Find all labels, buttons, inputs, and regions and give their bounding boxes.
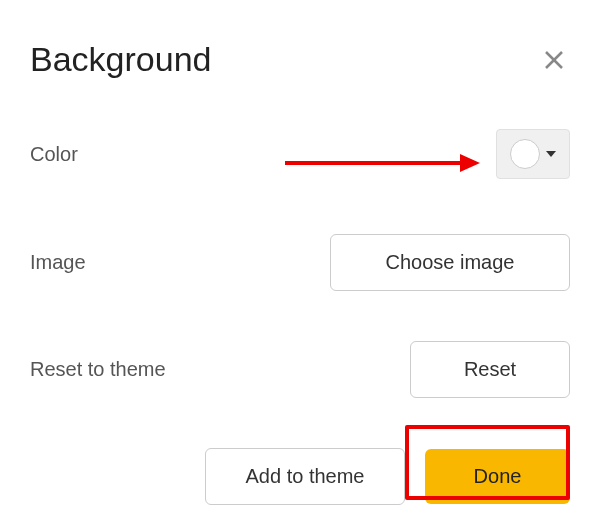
color-picker-button[interactable] — [496, 129, 570, 179]
reset-row: Reset to theme Reset — [30, 341, 570, 398]
image-label: Image — [30, 251, 86, 274]
dialog-header: Background — [30, 40, 570, 79]
color-label: Color — [30, 143, 78, 166]
color-swatch — [510, 139, 540, 169]
chevron-down-icon — [546, 151, 556, 157]
dialog-footer: Add to theme Done — [30, 448, 570, 505]
dialog-title: Background — [30, 40, 211, 79]
close-button[interactable] — [538, 44, 570, 76]
reset-button[interactable]: Reset — [410, 341, 570, 398]
image-row: Image Choose image — [30, 234, 570, 291]
add-to-theme-button[interactable]: Add to theme — [205, 448, 405, 505]
close-icon — [543, 49, 565, 71]
reset-label: Reset to theme — [30, 358, 166, 381]
choose-image-button[interactable]: Choose image — [330, 234, 570, 291]
color-row: Color — [30, 129, 570, 179]
done-button[interactable]: Done — [425, 449, 570, 504]
background-dialog: Background Color Image Choose image Rese… — [0, 0, 600, 523]
